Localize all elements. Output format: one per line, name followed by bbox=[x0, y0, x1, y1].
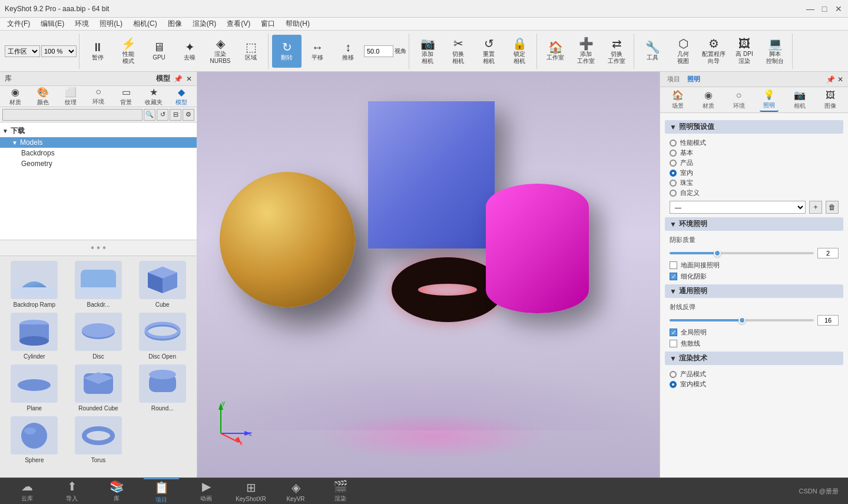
menu-edit[interactable]: 编辑(E) bbox=[36, 18, 69, 30]
search-settings-icon[interactable]: ⚙ bbox=[183, 109, 194, 121]
menu-file[interactable]: 文件(F) bbox=[2, 18, 35, 30]
tab-backdrop[interactable]: ▭背景 bbox=[114, 86, 139, 107]
add-camera-button[interactable]: 📷添加相机 bbox=[413, 35, 442, 68]
tab-scene[interactable]: 🏠场景 bbox=[668, 88, 687, 111]
mode-product[interactable]: 产品 bbox=[670, 158, 839, 167]
search-input[interactable] bbox=[2, 109, 143, 121]
close-right-icon[interactable]: ✕ bbox=[837, 75, 843, 84]
high-dpi-button[interactable]: 🖼高 DPI渲染 bbox=[730, 35, 759, 68]
search-filter-icon[interactable]: ⊟ bbox=[170, 109, 181, 121]
region-button[interactable]: ⬚区域 bbox=[236, 35, 266, 68]
detail-shadow-row[interactable]: ✓ 细化阴影 bbox=[665, 271, 843, 282]
geo-view-button[interactable]: ⬡几何视图 bbox=[668, 35, 698, 68]
caustics-checkbox[interactable] bbox=[670, 340, 677, 347]
radio-interior[interactable] bbox=[670, 170, 677, 177]
bottom-cloud[interactable]: ☁ 云库 bbox=[9, 479, 45, 503]
detail-shadow-checkbox[interactable]: ✓ bbox=[670, 273, 677, 280]
list-item[interactable]: Sphere bbox=[5, 416, 64, 463]
render-product[interactable]: 产品模式 bbox=[670, 370, 839, 379]
global-illum-row[interactable]: ✓ 全局照明 bbox=[665, 327, 843, 338]
fov-input[interactable] bbox=[364, 45, 393, 57]
pause-button[interactable]: ⏸暂停 bbox=[83, 35, 112, 68]
lock-camera-button[interactable]: 🔒锁定相机 bbox=[505, 35, 534, 68]
lighting-presets-header[interactable]: ▼ 照明预设值 bbox=[665, 120, 843, 134]
list-item[interactable]: Backdrop Ramp bbox=[5, 261, 64, 308]
project-tab[interactable]: 项目 bbox=[665, 74, 683, 85]
custom-preset-dropdown[interactable]: — bbox=[670, 201, 806, 214]
tools-button[interactable]: 🔧工具 bbox=[638, 35, 667, 68]
env-lighting-header[interactable]: ▼ 环境照明 bbox=[665, 217, 843, 231]
viewport[interactable]: y z x bbox=[197, 72, 660, 478]
ray-bounce-thumb[interactable] bbox=[738, 317, 746, 324]
menu-render[interactable]: 渲染(R) bbox=[188, 18, 221, 30]
shadow-quality-input[interactable] bbox=[817, 248, 839, 258]
tab-env[interactable]: ○环境 bbox=[85, 86, 111, 107]
menu-image[interactable]: 图像 bbox=[163, 18, 187, 30]
global-illum-checkbox[interactable]: ✓ bbox=[670, 329, 677, 336]
close-button[interactable]: ✕ bbox=[834, 4, 843, 14]
list-item[interactable]: Cube bbox=[132, 261, 192, 308]
translate-button[interactable]: ↔平移 bbox=[303, 35, 332, 68]
bottom-keyxr[interactable]: ⊞ KeyShotXR bbox=[233, 480, 269, 502]
radio-render-product[interactable] bbox=[670, 371, 677, 378]
list-item[interactable]: Round... bbox=[132, 364, 192, 412]
list-item[interactable]: Cylinder bbox=[5, 313, 64, 360]
bottom-library[interactable]: 📚 库 bbox=[99, 479, 134, 503]
mode-basic[interactable]: 基本 bbox=[670, 148, 839, 157]
reset-camera-button[interactable]: ↺重置相机 bbox=[474, 35, 504, 68]
tree-item-models[interactable]: ▼Models bbox=[0, 137, 197, 148]
render-nurbs-button[interactable]: ◈渲染NURBS bbox=[206, 35, 235, 68]
mode-interior[interactable]: 室内 bbox=[670, 168, 839, 177]
add-preset-button[interactable]: + bbox=[809, 201, 822, 214]
bottom-keyvr[interactable]: ◈ KeyVR bbox=[278, 480, 313, 502]
mode-custom[interactable]: 自定义 bbox=[670, 188, 839, 197]
rotate-button[interactable]: ↻翻转 bbox=[272, 35, 302, 68]
close-panel-icon[interactable]: ✕ bbox=[186, 75, 192, 83]
scripting-button[interactable]: 💻脚本控制台 bbox=[760, 35, 790, 68]
ray-bounce-track[interactable] bbox=[670, 319, 814, 321]
radio-product[interactable] bbox=[670, 160, 677, 167]
cut-studio-button[interactable]: ⇄切换工作室 bbox=[602, 35, 631, 68]
bottom-import[interactable]: ⬆ 导入 bbox=[54, 479, 90, 503]
radio-performance[interactable] bbox=[670, 140, 677, 147]
mode-jewelry[interactable]: 珠宝 bbox=[670, 178, 839, 187]
ground-indirect-checkbox[interactable] bbox=[670, 261, 677, 269]
lighting-tab[interactable]: 照明 bbox=[685, 74, 703, 85]
perf-mode-button[interactable]: ⚡性能模式 bbox=[114, 35, 143, 68]
tab-color[interactable]: 🎨颜色 bbox=[30, 86, 55, 107]
tab-texture[interactable]: ⬜纹理 bbox=[58, 86, 83, 107]
cut-camera-button[interactable]: ✂切换相机 bbox=[443, 35, 473, 68]
radio-render-interior[interactable] bbox=[670, 381, 677, 388]
radio-jewelry[interactable] bbox=[670, 180, 677, 187]
search-refresh-icon[interactable]: ↺ bbox=[157, 109, 168, 121]
tree-item-downloads[interactable]: ▼下载 bbox=[0, 125, 197, 137]
caustics-row[interactable]: 焦散线 bbox=[665, 338, 843, 349]
menu-camera[interactable]: 相机(C) bbox=[128, 18, 162, 30]
tab-camera[interactable]: 📷相机 bbox=[790, 88, 809, 111]
render-tech-header[interactable]: ▼ 渲染技术 bbox=[665, 352, 843, 365]
collapse-dots[interactable]: • • • bbox=[91, 243, 106, 253]
tab-material[interactable]: ◉材质 bbox=[2, 86, 28, 107]
bottom-animation[interactable]: ▶ 动画 bbox=[188, 479, 224, 503]
menu-lighting[interactable]: 照明(L) bbox=[95, 18, 127, 30]
tree-item-geometry[interactable]: Geometry bbox=[0, 158, 197, 169]
ground-indirect-row[interactable]: 地面间接照明 bbox=[665, 260, 843, 271]
menu-view[interactable]: 查看(V) bbox=[222, 18, 255, 30]
tab-models[interactable]: ◆模型 bbox=[169, 86, 194, 107]
list-item[interactable]: Disc Open bbox=[132, 313, 192, 360]
mode-performance[interactable]: 性能模式 bbox=[670, 138, 839, 147]
bottom-project[interactable]: 📋 项目 bbox=[144, 478, 179, 504]
bottom-render[interactable]: 🎬 渲染 bbox=[323, 479, 358, 503]
add-studio-button[interactable]: ➕添加工作室 bbox=[571, 35, 601, 68]
gpu-button[interactable]: 🖥GPU bbox=[144, 35, 174, 68]
search-icon[interactable]: 🔍 bbox=[144, 109, 155, 121]
list-item[interactable]: Rounded Cube bbox=[69, 364, 128, 412]
render-interior[interactable]: 室内模式 bbox=[670, 380, 839, 389]
radio-custom[interactable] bbox=[670, 190, 677, 197]
shadow-quality-track[interactable] bbox=[670, 252, 814, 254]
menu-window[interactable]: 窗口 bbox=[256, 18, 280, 30]
pin-right-icon[interactable]: 📌 bbox=[826, 75, 835, 84]
denoise-button[interactable]: ✦去噪 bbox=[175, 35, 204, 68]
list-item[interactable]: Disc bbox=[69, 313, 128, 360]
minimize-button[interactable]: — bbox=[806, 4, 815, 14]
